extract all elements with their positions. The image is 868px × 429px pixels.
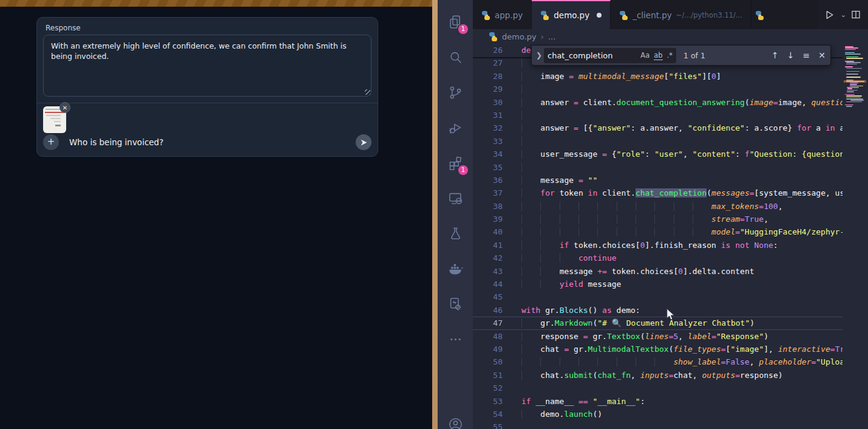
run-dropdown-chevron-icon[interactable]: ⌄ <box>841 11 846 19</box>
remove-image-button[interactable]: ✕ <box>59 102 70 113</box>
close-find-button[interactable]: ✕ <box>818 50 826 60</box>
line-number[interactable]: 34 <box>473 148 521 160</box>
activity-source-control-icon[interactable] <box>442 79 469 106</box>
code-editor[interactable]: 26def chat_fn(multimodal_message):27 28 … <box>473 44 868 429</box>
line-number[interactable]: 43 <box>473 265 521 278</box>
tab-_client.py[interactable]: _client.py~/.../python3.11/... <box>611 0 751 29</box>
find-query[interactable]: chat_completion <box>548 51 636 60</box>
line-number[interactable]: 35 <box>473 161 521 174</box>
code-line-30[interactable]: 30 answer = client.document_question_ans… <box>473 96 868 109</box>
tab-app.py[interactable]: app.py <box>473 0 532 29</box>
code-line-40[interactable]: 40 model="HuggingFaceH4/zephyr-7b-beta")… <box>473 225 868 238</box>
activity-explorer-icon[interactable]: 1 <box>442 9 469 35</box>
activity-docker-icon[interactable] <box>442 255 469 282</box>
code-line-39[interactable]: 39 stream=True, <box>473 213 868 225</box>
activity-run-debug-icon[interactable] <box>442 114 469 141</box>
previous-match-button[interactable]: ↑ <box>771 50 779 60</box>
editor-actions: ⌄ <box>818 0 868 29</box>
code-line-51[interactable]: 51 chat.submit(chat_fn, inputs=chat, out… <box>473 369 868 382</box>
code-line-33[interactable]: 33 <box>473 135 868 148</box>
code-line-34[interactable]: 34 user_message = {"role": "user", "cont… <box>473 148 868 160</box>
breadcrumb[interactable]: demo.py › ... <box>473 29 868 44</box>
code-line-38[interactable]: 38 max_tokens=100, <box>473 200 868 213</box>
line-number[interactable]: 39 <box>473 213 521 225</box>
code-line-41[interactable]: 41 if token.choices[0].finish_reason is … <box>473 239 868 252</box>
line-number[interactable]: 42 <box>473 252 521 264</box>
code-line-29[interactable]: 29 <box>473 83 868 95</box>
line-number[interactable]: 47 <box>473 317 521 329</box>
tab-partial[interactable] <box>751 0 764 29</box>
line-number[interactable]: 50 <box>473 355 521 368</box>
minimap-line <box>846 106 852 107</box>
response-textbox[interactable]: With an extremely high level of confiden… <box>43 35 371 97</box>
activity-file-settings-icon[interactable] <box>442 290 469 317</box>
line-number[interactable]: 30 <box>473 96 521 109</box>
code-line-35[interactable]: 35 <box>473 161 868 174</box>
line-number[interactable]: 48 <box>473 330 521 343</box>
code-line-44[interactable]: 44 yield message <box>473 278 868 290</box>
line-number[interactable]: 26 <box>473 44 521 57</box>
resize-handle[interactable] <box>365 89 370 95</box>
code-line-43[interactable]: 43 message += token.choices[0].delta.con… <box>473 265 868 278</box>
line-number[interactable]: 52 <box>473 382 521 394</box>
line-number[interactable]: 32 <box>473 122 521 134</box>
toggle-replace-chevron-icon[interactable]: ❯ <box>534 51 544 60</box>
code-line-53[interactable]: 53if __name__ == "__main__": <box>473 395 868 408</box>
code-line-37[interactable]: 37 for token in client.chat_completion(m… <box>473 187 868 199</box>
line-number[interactable]: 46 <box>473 304 521 317</box>
line-number[interactable]: 54 <box>473 408 521 420</box>
whole-word-toggle[interactable]: ab <box>654 51 662 60</box>
line-number[interactable]: 29 <box>473 83 521 95</box>
code-line-55[interactable]: 55 <box>473 420 868 429</box>
code-line-28[interactable]: 28 image = multimodal_message["files"][0… <box>473 70 868 83</box>
code-line-32[interactable]: 32 answer = [{"answer": a.answer, "confi… <box>473 122 868 134</box>
activity-extensions-icon[interactable]: 1 <box>442 149 469 176</box>
activity-search-icon[interactable] <box>442 44 469 70</box>
code-line-54[interactable]: 54 demo.launch() <box>473 408 868 420</box>
line-number[interactable]: 36 <box>473 174 521 187</box>
line-number[interactable]: 41 <box>473 239 521 252</box>
code-line-52[interactable]: 52 <box>473 382 868 394</box>
code-line-48[interactable]: 48 response = gr.Textbox(lines=5, label=… <box>473 330 868 343</box>
match-case-toggle[interactable]: Aa <box>640 51 649 60</box>
line-number[interactable]: 51 <box>473 369 521 382</box>
split-editor-button[interactable] <box>851 10 861 19</box>
modified-dot-icon[interactable] <box>597 13 602 18</box>
code-line-36[interactable]: 36 message = "" <box>473 174 868 187</box>
breadcrumb-symbol[interactable]: ... <box>548 32 555 41</box>
code-line-50[interactable]: 50 show_label=False, placeholder="Upload… <box>473 355 868 368</box>
minimap-line <box>847 90 858 91</box>
code-line-49[interactable]: 49 chat = gr.MultimodalTextbox(file_type… <box>473 343 868 355</box>
line-number[interactable]: 37 <box>473 187 521 199</box>
find-in-selection-button[interactable]: ≡ <box>803 50 810 60</box>
next-match-button[interactable]: ↓ <box>787 50 795 60</box>
line-number[interactable]: 31 <box>473 109 521 122</box>
tab-label: app.py <box>495 10 523 20</box>
line-number[interactable]: 44 <box>473 278 521 290</box>
line-number[interactable]: 28 <box>473 70 521 83</box>
code-line-31[interactable]: 31 <box>473 109 868 122</box>
activity-more-icon[interactable] <box>442 326 469 352</box>
breadcrumb-file[interactable]: demo.py <box>502 32 537 41</box>
line-number[interactable]: 27 <box>473 57 521 69</box>
line-number[interactable]: 49 <box>473 343 521 355</box>
line-number[interactable]: 53 <box>473 395 521 408</box>
line-number[interactable]: 33 <box>473 135 521 148</box>
line-number[interactable]: 55 <box>473 420 521 429</box>
activity-remote-explorer-icon[interactable] <box>442 185 469 211</box>
line-number[interactable]: 45 <box>473 290 521 303</box>
code-line-42[interactable]: 42 continue <box>473 252 868 264</box>
activity-testing-icon[interactable] <box>442 220 469 247</box>
line-number[interactable]: 38 <box>473 200 521 213</box>
activity-account-icon[interactable] <box>442 411 469 429</box>
run-python-file-button[interactable] <box>824 10 835 20</box>
chat-input[interactable]: Who is being invoiced? <box>69 137 356 147</box>
line-number[interactable]: 40 <box>473 225 521 238</box>
find-input[interactable]: chat_completion Aa ab .* <box>544 48 676 63</box>
regex-toggle[interactable]: .* <box>667 51 673 60</box>
minimap[interactable] <box>843 44 868 429</box>
tab-demo.py[interactable]: demo.py <box>532 0 611 29</box>
add-file-button[interactable]: + <box>43 134 59 150</box>
code-line-45[interactable]: 45 <box>473 290 868 303</box>
send-button[interactable] <box>356 134 371 150</box>
